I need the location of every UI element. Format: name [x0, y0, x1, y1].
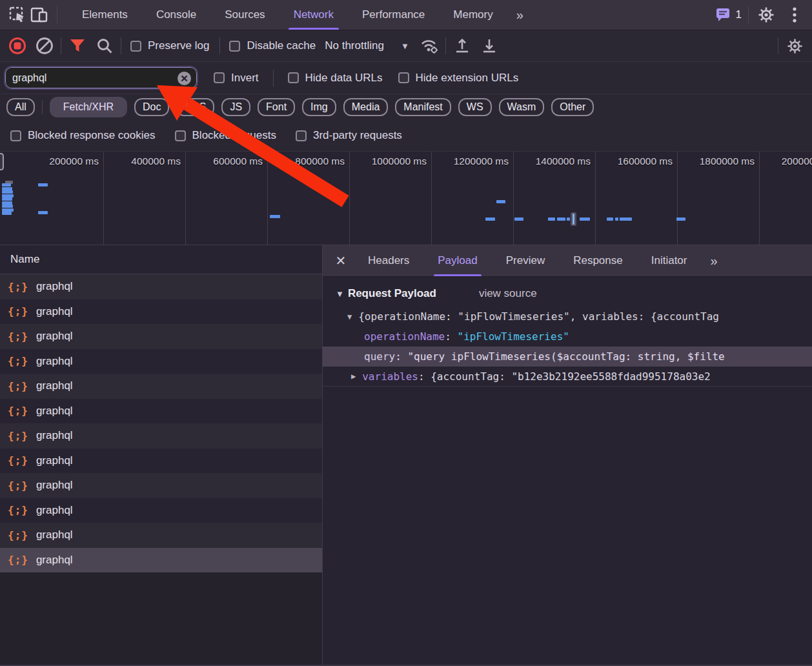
table-row[interactable]: {;}graphql: [0, 399, 322, 424]
view-source-link[interactable]: view source: [479, 287, 537, 300]
collapse-triangle-icon[interactable]: ▼: [336, 289, 344, 299]
table-row[interactable]: {;}graphql: [0, 423, 322, 449]
hide-extension-urls-checkbox[interactable]: Hide extension URLs: [398, 72, 519, 85]
main-tab-sources[interactable]: Sources: [210, 0, 279, 30]
type-chip-manifest[interactable]: Manifest: [395, 98, 451, 116]
main-tab-performance[interactable]: Performance: [348, 0, 439, 30]
blocked-requests-checkbox[interactable]: Blocked requests: [175, 129, 276, 142]
request-name: graphql: [36, 554, 73, 567]
request-name: graphql: [36, 504, 73, 517]
checkbox-label: Blocked response cookies: [28, 129, 156, 142]
detail-tab-payload[interactable]: Payload: [423, 245, 491, 276]
settings-gear-icon[interactable]: [755, 4, 777, 26]
table-row[interactable]: {;}graphql: [0, 548, 322, 573]
detail-tab-initiator[interactable]: Initiator: [637, 245, 702, 276]
request-type-chips: AllFetch/XHRDocCSSJSFontImgMediaManifest…: [0, 94, 812, 120]
type-chip-font[interactable]: Font: [258, 98, 295, 116]
type-chip-wasm[interactable]: Wasm: [499, 98, 545, 116]
more-detail-tabs-icon[interactable]: »: [701, 254, 725, 268]
network-overview-timeline[interactable]: 200000 ms400000 ms600000 ms800000 ms1000…: [0, 152, 812, 245]
type-chip-fetch-xhr[interactable]: Fetch/XHR: [50, 97, 127, 117]
operation-name-row[interactable]: operationName: "ipFlowTimeseries": [323, 327, 812, 347]
issues-counter[interactable]: 1: [716, 8, 742, 22]
main-tab-elements[interactable]: Elements: [68, 0, 142, 30]
filter-funnel-icon[interactable]: [66, 35, 88, 57]
table-row[interactable]: {;}graphql: [0, 473, 322, 498]
waterfall-bar: [496, 200, 505, 203]
type-chip-css[interactable]: CSS: [176, 98, 214, 116]
kebab-menu-icon[interactable]: [784, 4, 806, 26]
hide-extension-urls-label: Hide extension URLs: [416, 72, 519, 85]
clear-network-log-icon[interactable]: [34, 35, 56, 57]
json-braces-icon: {;}: [8, 330, 28, 343]
table-row[interactable]: {;}graphql: [0, 324, 322, 349]
devtools-window: ElementsConsoleSourcesNetworkPerformance…: [0, 0, 812, 666]
inspect-element-icon[interactable]: [6, 4, 28, 26]
request-name: graphql: [36, 355, 73, 368]
payload-summary-row[interactable]: ▼ {operationName: "ipFlowTimeseries", va…: [323, 307, 812, 327]
invert-checkbox[interactable]: Invert: [214, 72, 259, 85]
hide-data-urls-label: Hide data URLs: [305, 72, 383, 85]
table-row[interactable]: {;}graphql: [0, 374, 322, 399]
more-tabs-icon[interactable]: »: [507, 8, 531, 23]
overview-resize-handle[interactable]: [0, 153, 4, 170]
type-chip-doc[interactable]: Doc: [134, 98, 169, 116]
table-row[interactable]: {;}graphql: [0, 523, 322, 548]
timeline-tick-label: 600000 ms: [213, 156, 267, 167]
collapsed-triangle-icon[interactable]: ▶: [351, 372, 356, 381]
checkbox-icon: [288, 72, 299, 83]
detail-tab-preview[interactable]: Preview: [492, 245, 559, 276]
type-chip-media[interactable]: Media: [343, 98, 389, 116]
disable-cache-checkbox[interactable]: Disable cache: [229, 39, 316, 52]
filter-input-value: graphql: [12, 72, 46, 84]
3rd-party-requests-checkbox[interactable]: 3rd-party requests: [296, 129, 402, 142]
main-tab-memory[interactable]: Memory: [439, 0, 507, 30]
json-braces-icon: {;}: [8, 454, 28, 467]
name-column-header[interactable]: Name: [0, 245, 322, 274]
main-tab-network[interactable]: Network: [279, 0, 348, 30]
close-detail-icon[interactable]: ✕: [328, 253, 354, 268]
request-name: graphql: [36, 529, 73, 541]
json-braces-icon: {;}: [8, 281, 28, 293]
main-tab-console[interactable]: Console: [142, 0, 210, 30]
import-har-icon[interactable]: [451, 35, 473, 57]
type-chip-img[interactable]: Img: [302, 98, 336, 116]
table-row[interactable]: {;}graphql: [0, 498, 322, 523]
invert-label: Invert: [231, 72, 259, 85]
table-row[interactable]: {;}graphql: [0, 274, 322, 299]
detail-tab-response[interactable]: Response: [559, 245, 637, 276]
timeline-tick-label: 1000000 ms: [372, 156, 431, 167]
expanded-triangle-icon[interactable]: ▼: [347, 312, 352, 321]
type-chip-ws[interactable]: WS: [458, 98, 492, 116]
throttling-select[interactable]: No throttling ▼: [321, 39, 413, 52]
preserve-log-checkbox[interactable]: Preserve log: [130, 39, 209, 52]
network-filter-input[interactable]: graphql ✕: [5, 67, 197, 88]
variables-row[interactable]: ▶ variables: {accountTag: "b12e3b2192ee5…: [323, 367, 812, 387]
json-braces-icon: {;}: [8, 405, 28, 417]
timeline-gridline: [595, 152, 596, 245]
waterfall-bar: [615, 217, 618, 221]
request-name: graphql: [36, 454, 73, 467]
checkbox-icon: [229, 41, 240, 52]
query-row-highlighted[interactable]: query: "query ipFlowTimeseries($accountT…: [323, 347, 812, 367]
network-settings-gear-icon[interactable]: [784, 35, 806, 57]
device-toolbar-icon[interactable]: [28, 4, 50, 26]
table-row[interactable]: {;}graphql: [0, 349, 322, 374]
hide-data-urls-checkbox[interactable]: Hide data URLs: [288, 72, 383, 85]
network-conditions-icon[interactable]: [418, 35, 440, 57]
table-row[interactable]: {;}graphql: [0, 299, 322, 325]
type-chip-js[interactable]: JS: [221, 98, 250, 116]
type-chip-all[interactable]: All: [6, 98, 35, 116]
waterfall-bar: [557, 217, 565, 221]
waterfall-bar: [2, 183, 11, 187]
table-row[interactable]: {;}graphql: [0, 449, 322, 474]
record-network-log-icon[interactable]: [6, 35, 28, 57]
blocked-response-cookies-checkbox[interactable]: Blocked response cookies: [10, 129, 156, 142]
search-icon[interactable]: [94, 35, 116, 57]
clear-filter-icon[interactable]: ✕: [178, 72, 191, 85]
detail-tab-headers[interactable]: Headers: [354, 245, 423, 276]
waterfall-bar: [2, 197, 12, 201]
query-key: query: [364, 350, 395, 363]
export-har-icon[interactable]: [478, 35, 500, 57]
type-chip-other[interactable]: Other: [551, 98, 594, 116]
